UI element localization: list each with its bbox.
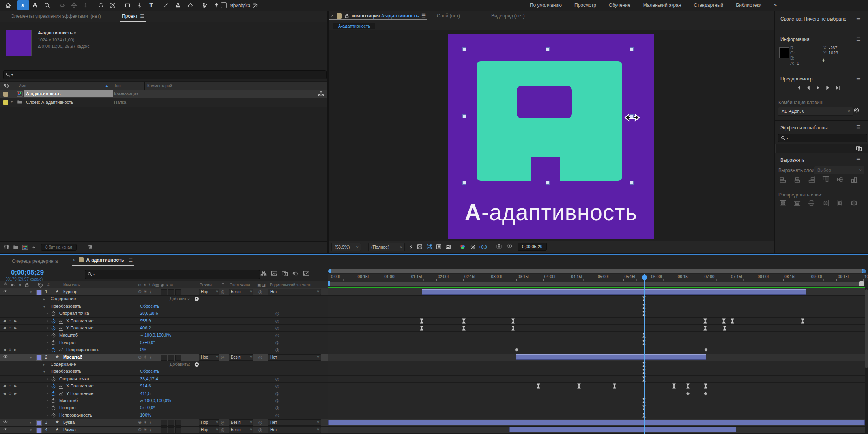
selection-handle[interactable] xyxy=(630,114,634,118)
workspace-overflow[interactable]: » xyxy=(768,0,783,11)
layer-switches[interactable]: ⊕☀∖ xyxy=(138,289,153,294)
property-name[interactable]: Масштаб xyxy=(59,333,78,337)
layer-duration-bar[interactable] xyxy=(328,420,865,425)
type-tool[interactable]: T xyxy=(145,0,157,10)
audio-column-icon[interactable] xyxy=(10,282,15,288)
interpret-footage-icon[interactable] xyxy=(3,245,9,250)
to-end-button[interactable] xyxy=(835,86,840,90)
stopwatch-icon[interactable] xyxy=(51,333,56,338)
keyframe-icon[interactable] xyxy=(704,347,708,353)
item-label-swatch[interactable] xyxy=(3,92,8,97)
snapshot-camera-icon[interactable] xyxy=(496,244,502,249)
project-search-input[interactable]: ▾ xyxy=(3,70,327,79)
keyframe-icon[interactable] xyxy=(704,383,707,389)
graph-row[interactable] xyxy=(328,325,865,332)
lock-column-icon[interactable] xyxy=(24,282,29,288)
layer-row-4[interactable]: ▾ 4 ★ Рамка ⊕☀∖ Нор˅ ◎ Без п˅ ◎ Нет˅ xyxy=(0,427,328,434)
lock-icon[interactable] xyxy=(344,13,349,19)
keyframe-icon[interactable] xyxy=(462,318,466,324)
comp-label-swatch[interactable] xyxy=(337,13,342,19)
work-area-bar[interactable] xyxy=(328,281,865,286)
graph-icon[interactable] xyxy=(58,348,64,352)
selection-handle[interactable] xyxy=(462,114,466,118)
layer-switches[interactable]: ⊕☀∖ xyxy=(138,420,153,425)
workspace-5[interactable]: Стандартный xyxy=(687,0,730,11)
pickwhip-icon[interactable]: ◎ xyxy=(221,420,225,425)
layer-duration-bar[interactable] xyxy=(422,289,806,295)
property-value[interactable]: 100% xyxy=(140,413,151,417)
item-label-swatch[interactable] xyxy=(3,100,8,105)
parent-pickwhip-icon[interactable]: ◎ xyxy=(258,420,262,425)
keyframe-icon[interactable] xyxy=(731,318,734,324)
property-name[interactable]: X Положение xyxy=(66,383,94,388)
property-value[interactable]: 0% xyxy=(140,347,146,352)
property-row[interactable]: ◀ ◇ ▶ X Положение914,6◎ xyxy=(0,383,328,390)
workspace-3[interactable]: Обучение xyxy=(602,0,637,11)
expression-pickwhip-icon[interactable]: ◎ xyxy=(275,398,279,403)
stopwatch-icon[interactable] xyxy=(51,376,56,382)
graph-row[interactable] xyxy=(328,376,865,383)
new-composition-icon[interactable] xyxy=(22,245,28,250)
layer-duration-bar[interactable] xyxy=(516,354,706,360)
property-name[interactable]: Поворот xyxy=(59,405,76,410)
graph-row[interactable] xyxy=(328,332,865,339)
selection-handle[interactable] xyxy=(546,181,550,185)
graph-row[interactable] xyxy=(328,318,865,325)
property-value[interactable]: ∞ 100,0,100,0% xyxy=(140,333,171,337)
stopwatch-icon[interactable] xyxy=(51,398,56,403)
project-preview-thumbnail[interactable] xyxy=(6,30,32,56)
align-button-3[interactable] xyxy=(808,176,815,183)
graph-row[interactable] xyxy=(328,427,865,434)
graph-editor-icon[interactable] xyxy=(303,271,309,277)
track-matte-dropdown[interactable]: Без п˅ xyxy=(229,354,253,361)
mask-visibility-icon[interactable] xyxy=(436,244,441,249)
graph-icon[interactable] xyxy=(58,326,64,331)
keyframe-icon[interactable] xyxy=(511,326,515,331)
parent-dropdown[interactable]: Нет˅ xyxy=(268,354,321,361)
workspace-2[interactable]: Просмотр xyxy=(568,0,602,11)
brush-tool[interactable] xyxy=(160,0,172,10)
new-preset-icon[interactable] xyxy=(856,146,862,152)
add-property-icon[interactable] xyxy=(194,296,199,301)
blend-mode-dropdown[interactable]: Нор˅ xyxy=(199,289,219,295)
twirl-icon[interactable]: ▸ xyxy=(11,99,13,103)
column-type[interactable]: Тип xyxy=(114,84,121,88)
comp-mini-flowchart-button[interactable] xyxy=(862,269,866,273)
prev-keyframe-icon[interactable]: ◀ xyxy=(3,348,6,352)
distribute-button-5[interactable] xyxy=(836,200,844,206)
keyframe-icon[interactable] xyxy=(703,326,707,331)
property-name[interactable]: Y Положение xyxy=(66,326,93,330)
region-of-interest-icon[interactable] xyxy=(427,244,432,249)
layer-duration-bar[interactable] xyxy=(509,427,736,432)
property-row[interactable]: Опорная точка28,6,28,6◎ xyxy=(0,310,328,317)
property-group-name[interactable]: Преобразовать xyxy=(51,369,81,374)
channel-rgb-icon[interactable] xyxy=(460,244,466,250)
workspace-4[interactable]: Маленький экран xyxy=(637,0,688,11)
viewer-timecode[interactable]: 0;00;05;29 xyxy=(518,243,547,251)
property-row[interactable]: ▸ СодержаниеДобавить: xyxy=(0,296,328,303)
align-button-6[interactable] xyxy=(850,176,858,183)
twirl-icon[interactable]: ▸ xyxy=(43,297,45,301)
video-column-icon[interactable] xyxy=(2,282,9,287)
time-navigator-track[interactable] xyxy=(328,269,865,274)
property-row[interactable]: ◀ ◇ ▶ Y Положение406,2◎ xyxy=(0,325,328,332)
exposure-reset-icon[interactable] xyxy=(470,244,476,250)
current-timecode[interactable]: 0;00;05;29 xyxy=(11,269,44,277)
parent-pickwhip-icon[interactable]: ◎ xyxy=(258,355,262,360)
viewer-panel-menu-icon[interactable]: ☰ xyxy=(421,13,426,19)
track-matte-dropdown[interactable]: Без п˅ xyxy=(229,419,253,426)
distribute-button-3[interactable] xyxy=(808,200,815,206)
project-panel-menu-icon[interactable]: ☰ xyxy=(140,13,144,19)
parent-dropdown[interactable]: Нет˅ xyxy=(268,289,321,295)
item-name[interactable]: Слоев: А-адаптивность xyxy=(26,100,73,105)
to-start-button[interactable] xyxy=(796,86,801,90)
new-folder-icon[interactable] xyxy=(13,245,19,250)
effects-panel-menu-icon[interactable]: ☰ xyxy=(856,125,861,130)
property-row[interactable]: Опорная точка33,4,17,4◎ xyxy=(0,376,328,383)
sort-ascending-icon[interactable]: ▲ xyxy=(105,84,108,88)
property-row[interactable]: Масштаб∞ 100,0,100,0%◎ xyxy=(0,332,328,339)
graph-icon[interactable] xyxy=(58,319,64,324)
property-value[interactable]: 0x+0,0° xyxy=(140,405,155,410)
keyframe-icon[interactable] xyxy=(686,391,690,397)
layer-row-3[interactable]: ▸ 3 ★ Буква ⊕☀∖ Нор˅ ◎ Без п˅ ◎ Нет˅ xyxy=(0,419,328,426)
